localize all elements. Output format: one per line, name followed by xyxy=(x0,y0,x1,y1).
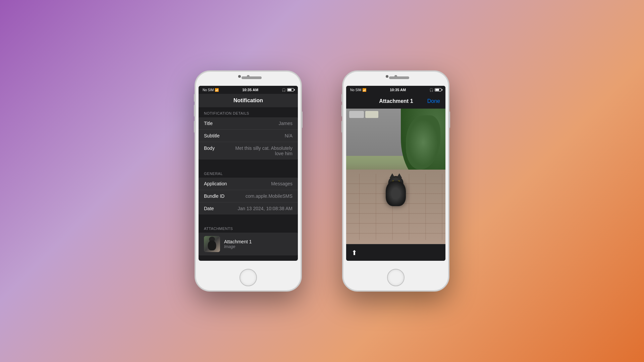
parking-lot xyxy=(346,109,406,156)
phone2-silent-switch xyxy=(341,94,343,102)
cat-ear-left xyxy=(390,173,395,178)
value-title: James xyxy=(231,121,292,126)
nav-title-1: Notification xyxy=(233,98,263,104)
value-date: Jan 13 2024, 10:08:38 AM xyxy=(231,206,292,211)
cat-body-fur xyxy=(386,181,406,206)
label-subtitle: Subtitle xyxy=(204,133,231,138)
carrier-text-2: No SIM xyxy=(350,88,361,92)
home-button-2[interactable] xyxy=(387,269,405,286)
detail-row-date: Date Jan 13 2024, 10:08:38 AM xyxy=(199,202,298,215)
headphone-icon-2: 🎧 xyxy=(429,88,433,92)
battery-fill-2 xyxy=(435,89,439,91)
phone-notification: No SIM 📶 10:35 AM 🎧 Notification xyxy=(195,70,302,292)
status-right-1: 🎧 xyxy=(282,88,294,92)
status-bar-1: No SIM 📶 10:35 AM 🎧 xyxy=(199,86,298,94)
status-time-1: 10:35 AM xyxy=(242,88,258,92)
section-attachments: ATTACHMENTS xyxy=(199,223,298,255)
phone2-camera xyxy=(386,75,388,78)
done-button[interactable]: Done xyxy=(427,98,440,104)
wifi-icon-2: 📶 xyxy=(362,88,366,92)
value-subtitle: N/A xyxy=(231,133,292,138)
attachment-item-1[interactable]: Attachment 1 Image xyxy=(199,233,298,255)
value-application: Messages xyxy=(231,181,292,186)
detail-row-bundle-id: Bundle ID com.apple.MobileSMS xyxy=(199,190,298,202)
power-button xyxy=(301,111,303,128)
image-nav-bar: Attachment 1 Done xyxy=(346,94,445,109)
car2 xyxy=(365,111,378,118)
battery-icon-2 xyxy=(435,88,441,92)
phone2-volume-up xyxy=(341,105,343,117)
value-bundle-id: com.apple.MobileSMS xyxy=(231,193,292,199)
status-time-2: 10:35 AM xyxy=(390,88,406,92)
cat-image-area xyxy=(346,109,445,244)
phone2-speaker xyxy=(389,76,409,79)
status-carrier-2: No SIM 📶 xyxy=(350,88,366,92)
label-title: Title xyxy=(204,121,231,126)
battery-fill-1 xyxy=(288,89,291,91)
share-icon[interactable]: ⬆ xyxy=(352,249,357,257)
phone2-power-button xyxy=(449,111,450,128)
attachment-name-1: Attachment 1 xyxy=(224,239,252,244)
label-body: Body xyxy=(204,145,231,151)
phone-camera xyxy=(238,75,241,78)
label-date: Date xyxy=(204,206,231,211)
headphone-icon-1: 🎧 xyxy=(282,88,286,92)
phone-speaker xyxy=(241,76,262,79)
attachment-thumb-1 xyxy=(204,236,220,252)
cat-ear-right xyxy=(397,173,402,178)
phone2-volume-down xyxy=(341,121,343,133)
volume-down-button xyxy=(194,121,195,133)
value-body: Met this silly cat. Absolutely love him xyxy=(231,145,292,156)
attachment-type-1: Image xyxy=(224,244,252,249)
detail-row-body: Body Met this silly cat. Absolutely love… xyxy=(199,142,298,160)
carrier-text-1: No SIM xyxy=(203,88,214,92)
home-button-1[interactable] xyxy=(239,269,257,286)
phone-attachment: No SIM 📶 10:35 AM 🎧 Attachment 1 xyxy=(342,70,449,292)
label-bundle-id: Bundle ID xyxy=(204,193,231,199)
attachment-info-1: Attachment 1 Image xyxy=(224,239,252,249)
phone2-screen: No SIM 📶 10:35 AM 🎧 Attachment 1 xyxy=(346,86,445,261)
detail-row-title: Title James xyxy=(199,117,298,130)
image-nav-title: Attachment 1 xyxy=(379,98,413,104)
status-carrier-1: No SIM 📶 xyxy=(203,88,219,92)
nav-bar-1: Notification xyxy=(199,94,298,107)
section-header-attachments: ATTACHMENTS xyxy=(199,223,298,233)
battery-icon-1 xyxy=(287,88,294,92)
attachment-rows: Attachment 1 Image xyxy=(199,233,298,255)
detail-row-subtitle: Subtitle N/A xyxy=(199,130,298,142)
notification-rows: Title James Subtitle N/A Body Met this s… xyxy=(199,117,298,160)
status-right-2: 🎧 xyxy=(429,88,441,92)
section-general: GENERAL Application Messages Bundle ID c… xyxy=(199,168,298,215)
content-scroll-1[interactable]: NOTIFICATION DETAILS Title James Subtitl… xyxy=(199,107,298,261)
cat-figure xyxy=(384,176,408,206)
phone1-screen: No SIM 📶 10:35 AM 🎧 Notification xyxy=(199,86,298,261)
phones-container: No SIM 📶 10:35 AM 🎧 Notification xyxy=(195,70,449,292)
section-notification-details: NOTIFICATION DETAILS Title James Subtitl… xyxy=(199,107,298,160)
silent-switch xyxy=(194,94,195,102)
wifi-icon-1: 📶 xyxy=(215,88,219,92)
detail-row-application: Application Messages xyxy=(199,178,298,190)
label-application: Application xyxy=(204,181,231,186)
volume-up-button xyxy=(194,105,195,117)
thumb-cat-body xyxy=(208,240,216,250)
section-header-notification: NOTIFICATION DETAILS xyxy=(199,107,298,117)
cat-photo xyxy=(346,109,445,244)
general-rows: Application Messages Bundle ID com.apple… xyxy=(199,178,298,215)
status-bar-2: No SIM 📶 10:35 AM 🎧 xyxy=(346,86,445,94)
car1 xyxy=(349,111,364,118)
section-header-general: GENERAL xyxy=(199,168,298,178)
thumb-cat-image xyxy=(204,236,220,252)
image-toolbar: ⬆ xyxy=(346,244,445,261)
